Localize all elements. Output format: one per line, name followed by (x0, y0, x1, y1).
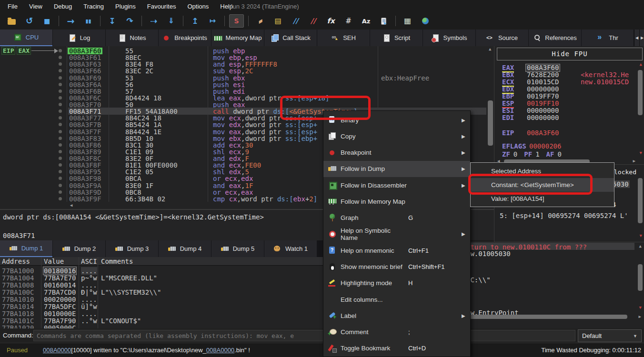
context-menu-item-edit-columns[interactable]: Edit columns... (323, 291, 470, 307)
register-row[interactable]: EBX7628E200<kernel32.He (494, 71, 644, 79)
breakpoint-dot[interactable] (59, 163, 62, 167)
scroll-down-arrow[interactable]: ▼ (640, 234, 642, 238)
assemble-fx-icon[interactable]: fx (323, 14, 338, 28)
context-menu-item-help-on-mnemonic[interactable]: Help on mnemonicCtrl+F1 (323, 242, 470, 258)
scroll-left-arrow[interactable]: ◀ (70, 203, 72, 208)
context-menu-item-help-on-symbolic-name[interactable]: Help on Symbolic Name▶ (323, 226, 470, 242)
menu-item-options[interactable]: Options (181, 0, 214, 12)
registers-panel[interactable]: Hide FPU EAX008A3F60EBX7628E200<kernel32… (494, 46, 644, 164)
goto-icon[interactable]: # (341, 14, 356, 28)
register-row[interactable]: EAX008A3F60 (494, 64, 644, 71)
text-az-icon[interactable]: Az (359, 14, 373, 28)
patches-icon[interactable]: ▰ (253, 14, 268, 28)
tab-symbols[interactable]: Symbols (423, 30, 475, 46)
breakpoint-dot[interactable] (59, 109, 62, 113)
breakpoint-dot[interactable] (59, 56, 62, 59)
breakpoint-dot[interactable] (59, 197, 62, 200)
scroll-right-arrow[interactable]: ▶ (639, 315, 641, 319)
address-link[interactable]: 008A0000 (206, 347, 234, 354)
menu-item-plugins[interactable]: Plugins (110, 0, 141, 12)
run-to-user-code-icon[interactable]: ⇢ (146, 14, 161, 28)
open-file-icon[interactable] (4, 14, 19, 28)
stack-panel[interactable]: eturn to new.0100110C from ???ew.0100503… (464, 242, 644, 328)
tab-memory-map[interactable]: Memory Map (211, 30, 264, 46)
disasm-row[interactable]: 008A3F7050push eax (0, 101, 486, 108)
horizontal-scrollbar[interactable] (465, 315, 627, 319)
breakpoint-dot[interactable] (59, 62, 62, 66)
disasm-row[interactable]: 008A3F6953push ebxebx:HeapFree (0, 75, 486, 81)
context-menu-item-highlighting-mode[interactable]: Highlighting modeH (323, 275, 470, 291)
command-input[interactable] (33, 330, 575, 341)
breakpoint-dot[interactable] (59, 137, 62, 140)
breakpoint-dot[interactable] (59, 83, 62, 86)
restart-icon[interactable]: ↺ (22, 14, 37, 28)
register-row[interactable]: EIP008A3F60 (494, 129, 644, 137)
register-row[interactable]: EBP0019FF70 (494, 93, 644, 100)
disasm-row[interactable]: 008A3F6683EC 2Csub esp,2C (0, 68, 486, 74)
dump-column-header[interactable]: Address (2, 258, 30, 265)
disasm-row[interactable]: 008A3F6055push ebp (0, 48, 486, 54)
trace-coverage-red-icon[interactable]: // (306, 14, 321, 28)
breakpoint-dot[interactable] (59, 103, 62, 106)
dump-column-header[interactable]: ASCI (81, 258, 97, 265)
tab-thr[interactable]: Thr (582, 30, 634, 46)
disasm-row[interactable]: 008A3F6A56push esi (0, 81, 486, 88)
context-menu-item-graph[interactable]: GraphG (323, 210, 470, 226)
menu-item-debug[interactable]: Debug (48, 0, 78, 12)
breakpoint-dot[interactable] (59, 177, 62, 180)
submenu-item-value-008aa154[interactable]: Value: [008AA154] (471, 192, 614, 206)
scroll-right-arrow[interactable]: ▶ (633, 159, 635, 163)
tab-references[interactable]: References (529, 30, 581, 46)
debuggee-icon[interactable] (376, 14, 391, 28)
breakpoint-dot[interactable] (59, 69, 62, 72)
breakpoint-dot[interactable] (59, 143, 62, 147)
context-menu-item-breakpoint[interactable]: Breakpoint▶ (323, 145, 470, 161)
register-row[interactable]: EDI00000000 (494, 114, 644, 121)
menu-item-tracing[interactable]: Tracing (78, 0, 110, 12)
disasm-row[interactable]: 008A3F618BECmov ebp,esp (0, 54, 486, 61)
context-menu-item-comment[interactable]: Comment; (323, 324, 470, 340)
vertical-scrollbar[interactable] (488, 100, 493, 146)
context-menu-item-follow-in-disassembler[interactable]: Follow in Disassembler▶ (323, 177, 470, 193)
scroll-down-arrow[interactable]: ▼ (639, 306, 642, 310)
register-row[interactable]: ESP0019FF10 (494, 100, 644, 107)
breakpoint-dot[interactable] (59, 130, 62, 133)
menu-item-view[interactable]: View (23, 0, 48, 12)
breakpoint-dot[interactable] (59, 49, 62, 52)
trace-coverage-blue-icon[interactable]: // (288, 14, 303, 28)
register-row[interactable]: EFLAGS00000206 (494, 143, 644, 150)
run-icon[interactable]: → (63, 14, 78, 28)
tab-watch-1[interactable]: Watch 1 (264, 240, 317, 257)
scroll-up-arrow[interactable]: ▲ (489, 47, 491, 51)
globe-icon[interactable] (418, 14, 433, 28)
context-menu-item-show-mnemonic-brief[interactable]: Show mnemonic briefCtrl+Shift+F1 (323, 258, 470, 275)
submenu-item-constant-getsystemtime[interactable]: Constant: <GetSystemTime> (471, 178, 614, 192)
step-into-icon[interactable]: ↧ (105, 14, 120, 28)
pause-icon[interactable]: ▮▮ (81, 14, 96, 28)
tab-dump-2[interactable]: Dump 2 (53, 240, 105, 257)
stack-row[interactable]: ew.01005030 (466, 250, 511, 258)
vertical-scrollbar[interactable] (638, 178, 643, 223)
register-row[interactable]: EDX00000000 (494, 86, 644, 93)
tab-seh[interactable]: SEH (317, 30, 370, 46)
address-link[interactable]: 008A0000 (43, 347, 71, 354)
breakpoint-dot[interactable] (59, 96, 62, 99)
tab-dump-5[interactable]: Dump 5 (211, 240, 264, 257)
tab-notes[interactable]: Notes (106, 30, 158, 46)
tab-call-stack[interactable]: Call Stack (264, 30, 317, 46)
breakpoint-dot[interactable] (59, 76, 62, 79)
dump-column-header[interactable]: Comments (101, 258, 133, 265)
step-over-icon[interactable]: ↷ (122, 14, 137, 28)
tab-dump-1[interactable]: Dump 1 (0, 240, 52, 257)
run-to-cursor-icon[interactable]: ↦ (205, 14, 220, 28)
stop-icon[interactable]: ■ (40, 14, 54, 28)
menu-item-favourites[interactable]: Favourites (141, 0, 182, 12)
tab-log[interactable]: Log (53, 30, 105, 46)
tab-script[interactable]: Script (370, 30, 423, 46)
tab-breakpoints[interactable]: Breakpoints (159, 30, 211, 46)
disasm-row[interactable]: 008A3F6B57push edi (0, 88, 486, 95)
tab-cpu[interactable]: CPU (0, 30, 52, 46)
vertical-scrollbar[interactable] (638, 264, 643, 291)
hide-fpu-button[interactable]: Hide FPU (497, 48, 643, 60)
menu-item-file[interactable]: File (2, 0, 23, 12)
